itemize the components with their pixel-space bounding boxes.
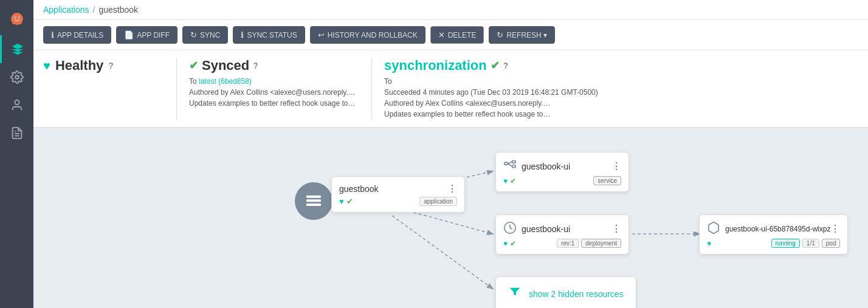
sync-help-icon[interactable]: ? [253,61,258,70]
svg-point-4 [18,17,19,18]
ui-service-health-icon: ♥ [503,177,508,185]
health-status-title: ♥ Healthy ? [43,58,164,74]
sync2-check-icon: ✔ [491,59,500,72]
sync-message: Updates examples to better reflect hook … [189,98,359,109]
ui-pod-running-badge: running [771,239,800,248]
history-rollback-button[interactable]: ↩ HISTORY AND ROLLBACK [310,26,425,44]
sync2-succeeded: Succeeded 4 minutes ago (Tue Dec 03 2019… [384,88,598,97]
toolbar: ℹ APP DETAILS 📄 APP DIFF ↻ SYNC ℹ SYNC S… [33,20,868,50]
ui-service-sync-icon: ✔ [510,177,516,185]
sidebar-item-user[interactable] [0,91,33,119]
guestbook-app-title: guestbook [339,184,379,194]
sync-status-title: ✔ Synced ? [189,58,359,74]
refresh-icon: ↻ [497,30,503,39]
sync2-message: Updates examples to better reflect hook … [384,109,554,120]
sync-detail: To latest (6bed858) Authored by Alex Col… [189,76,359,109]
ui-pod-type-badge: pod [822,239,841,248]
guestbook-app-card[interactable]: guestbook ⋮ ♥ ✔ application [331,176,465,213]
ui-deployment-type-badge: deployment [581,239,621,248]
sidebar [0,0,33,308]
sync-status-icon: ℹ [241,30,244,39]
guestbook-badge: application [419,197,457,206]
svg-rect-14 [306,199,321,202]
app-details-button[interactable]: ℹ APP DETAILS [43,26,111,44]
sidebar-logo[interactable] [0,5,33,33]
sync-commit-link[interactable]: latest (6bed858) [199,77,252,86]
guestbook-sync-icon: ✔ [346,197,353,206]
sync-label: Synced [202,58,249,74]
ui-service-menu[interactable]: ⋮ [611,160,621,172]
sidebar-item-settings[interactable] [0,63,33,91]
info-icon: ℹ [51,30,54,39]
main-app-node[interactable] [295,182,332,220]
sync-check-icon: ✔ [189,59,198,72]
breadcrumb-separator: / [93,5,95,15]
pod-icon [707,221,720,236]
svg-point-5 [15,75,19,79]
ui-deployment-sync-icon: ✔ [510,239,516,248]
delete-icon: ✕ [438,30,445,39]
synchronization-status-section: synchronization ✔ ? To Succeeded 4 minut… [384,58,610,120]
ui-deployment-health-icon: ♥ [503,239,508,248]
refresh-button[interactable]: ↻ REFRESH ▾ [489,26,555,44]
svg-line-12 [392,216,492,289]
canvas-area: guestbook ⋮ ♥ ✔ application [33,128,868,308]
sync2-status-title: synchronization ✔ ? [384,58,598,74]
ui-deployment-menu[interactable]: ⋮ [611,223,621,234]
ui-pod-health-icon: ♥ [707,239,711,248]
svg-rect-18 [512,165,516,168]
guestbook-ui-pod-card[interactable]: guestbook-ui-65b878495d-wlxpz ⋮ ♥ runnin… [699,214,848,255]
breadcrumb-current: guestbook [98,5,138,15]
sidebar-item-docs[interactable] [0,119,33,147]
ui-pod-title: guestbook-ui-65b878495d-wlxpz [707,221,830,236]
svg-rect-16 [505,162,508,165]
sync-author: Authored by Alex Collins <alexec@users.n… [189,87,359,98]
svg-line-20 [508,163,512,166]
ui-pod-count-badge: 1/1 [802,239,819,248]
ui-deployment-title: guestbook-ui [503,221,570,236]
sync-icon: ↻ [190,30,197,39]
main-content: Applications / guestbook ℹ APP DETAILS 📄… [33,0,868,308]
sync2-help-icon[interactable]: ? [503,61,509,70]
breadcrumb-applications[interactable]: Applications [43,5,89,15]
sync2-detail: To Succeeded 4 minutes ago (Tue Dec 03 2… [384,76,598,120]
hidden-resources-label: show 2 hidden resources [529,289,624,299]
ui-service-title: guestbook-ui [503,159,570,174]
status-bar: ♥ Healthy ? ✔ Synced ? To latest (6bed85… [33,50,868,128]
guestbook-ui-deployment-card[interactable]: guestbook-ui ⋮ ♥ ✔ rev:1 deployment [495,214,629,255]
guestbook-health-icon: ♥ [339,197,344,206]
app-diff-button[interactable]: 📄 APP DIFF [116,26,177,44]
svg-rect-17 [512,161,516,163]
health-label: Healthy [55,58,103,74]
health-help-icon[interactable]: ? [108,61,114,70]
sync-button[interactable]: ↻ SYNC [182,26,228,44]
breadcrumb: Applications / guestbook [33,0,868,20]
heart-icon: ♥ [43,59,50,73]
svg-rect-13 [306,196,321,198]
sync-status-button[interactable]: ℹ SYNC STATUS [233,26,305,44]
svg-line-19 [508,162,512,164]
history-icon: ↩ [318,30,325,39]
hidden-resources-card[interactable]: show 2 hidden resources [495,276,636,308]
deployment-icon [503,221,517,236]
svg-rect-15 [306,204,321,206]
ui-pod-menu[interactable]: ⋮ [830,223,840,234]
sync2-author: Authored by Alex Collins <alexec@users.n… [384,98,554,109]
network-icon [503,159,517,174]
sidebar-item-layers[interactable] [0,35,33,63]
svg-point-6 [15,100,19,104]
delete-button[interactable]: ✕ DELETE [430,26,484,44]
svg-point-3 [14,17,15,18]
health-status-section: ♥ Healthy ? [43,58,177,120]
filter-icon [508,286,522,303]
ui-deployment-rev-badge: rev:1 [557,239,579,248]
diff-icon: 📄 [124,30,134,39]
guestbook-ui-service-card[interactable]: guestbook-ui ⋮ ♥ ✔ service [495,152,629,192]
ui-service-badge: service [593,176,621,185]
sync2-label: synchronization [384,58,487,74]
sync-status-section: ✔ Synced ? To latest (6bed858) Authored … [189,58,372,120]
guestbook-app-menu[interactable]: ⋮ [447,183,457,194]
